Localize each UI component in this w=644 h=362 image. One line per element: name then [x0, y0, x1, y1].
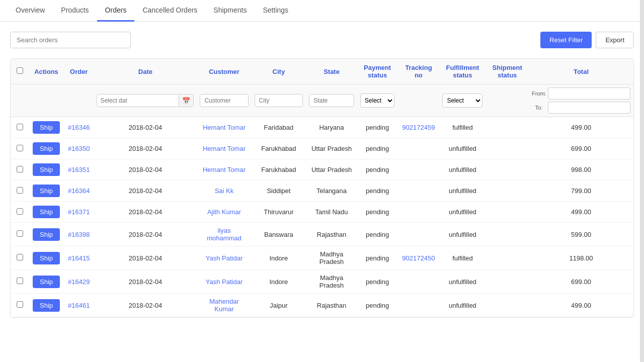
row-fulfillment-status-cell: unfulfilled	[439, 138, 486, 159]
customer-link[interactable]: Yash Patidar	[206, 278, 243, 286]
ship-button[interactable]: Ship	[33, 185, 60, 197]
ship-button[interactable]: Ship	[33, 121, 60, 134]
ship-button[interactable]: Ship	[33, 299, 60, 312]
tracking-link[interactable]: 902172459	[402, 124, 435, 131]
row-fulfillment-status-cell: unfulfilled	[439, 180, 486, 202]
search-input[interactable]	[10, 32, 131, 48]
fulfillment-filter-select[interactable]: Select	[442, 94, 482, 108]
row-shipment-status-cell	[486, 246, 529, 270]
row-date-cell: 2018-02-04	[94, 138, 197, 159]
ship-button[interactable]: Ship	[33, 206, 60, 218]
order-link[interactable]: #16346	[68, 124, 90, 131]
row-city-cell: Jaipur	[252, 294, 306, 317]
tab-settings[interactable]: Settings	[255, 0, 297, 22]
filter-row: 📅 Select	[11, 84, 633, 117]
customer-filter-input[interactable]	[200, 94, 248, 107]
table-body: Ship#163462018-02-04Hemant TomarFaridaba…	[11, 117, 633, 317]
row-checkbox[interactable]	[17, 187, 23, 194]
payment-filter-select[interactable]: Select	[360, 94, 395, 108]
row-total-cell: 499.00	[529, 202, 633, 223]
order-link[interactable]: #16429	[68, 278, 90, 286]
row-state-cell: Tamil Nadu	[306, 202, 357, 223]
order-link[interactable]: #16398	[68, 231, 90, 238]
row-checkbox[interactable]	[17, 145, 23, 151]
row-checkbox[interactable]	[17, 208, 23, 215]
reset-filter-button[interactable]: Reset Filter	[540, 32, 592, 48]
row-shipment-status-cell	[486, 294, 529, 317]
row-total-cell: 799.00	[529, 180, 633, 202]
table-row: Ship#163712018-02-04Ajith KumarThiruvaru…	[11, 202, 633, 223]
customer-link[interactable]: ilyas mohammad	[207, 227, 242, 242]
city-filter-input[interactable]	[255, 94, 303, 107]
export-button[interactable]: Export	[596, 32, 634, 48]
customer-link[interactable]: Hemant Tomar	[203, 145, 246, 152]
row-checkbox[interactable]	[17, 166, 23, 172]
row-date-cell: 2018-02-04	[94, 202, 197, 223]
tab-cancelled-orders[interactable]: Cancelled Orders	[134, 0, 205, 22]
tab-overview[interactable]: Overview	[8, 0, 53, 22]
row-payment-status-cell: pending	[357, 202, 398, 223]
row-checkbox-cell	[11, 180, 29, 202]
row-checkbox[interactable]	[17, 254, 23, 260]
header-shipment-status: Shipment status	[486, 59, 529, 84]
tracking-link[interactable]: 902172450	[402, 254, 435, 262]
customer-link[interactable]: Mahendar Kumar	[209, 298, 239, 313]
row-actions-cell: Ship	[29, 270, 64, 294]
customer-link[interactable]: Sai Kk	[215, 187, 234, 195]
order-link[interactable]: #16364	[68, 187, 90, 195]
orders-table-container: Actions Order Date Customer City State P…	[10, 58, 634, 318]
tab-products[interactable]: Products	[53, 0, 97, 22]
row-fulfillment-status-cell: unfulfilled	[439, 159, 486, 180]
order-link[interactable]: #16350	[68, 145, 90, 152]
header-actions: Actions	[29, 59, 64, 84]
row-customer-cell: Yash Patidar	[197, 270, 251, 294]
row-total-cell: 699.00	[529, 138, 633, 159]
row-total-cell: 499.00	[529, 294, 633, 317]
tab-bar: Overview Products Orders Cancelled Order…	[0, 0, 644, 22]
ship-button[interactable]: Ship	[33, 228, 60, 241]
row-payment-status-cell: pending	[357, 246, 398, 270]
ship-button[interactable]: Ship	[33, 252, 60, 264]
total-from-input[interactable]	[548, 87, 630, 100]
row-actions-cell: Ship	[29, 159, 64, 180]
ship-button[interactable]: Ship	[33, 163, 60, 176]
state-filter-input[interactable]	[309, 94, 354, 107]
scrollbar[interactable]	[640, 0, 644, 328]
date-filter-wrap: 📅	[97, 94, 194, 107]
total-to-input[interactable]	[548, 102, 630, 114]
row-tracking-cell	[397, 159, 439, 180]
calendar-icon[interactable]: 📅	[179, 95, 193, 107]
header-payment-status: Payment status	[357, 59, 398, 84]
customer-link[interactable]: Hemant Tomar	[203, 166, 246, 173]
row-checkbox[interactable]	[17, 124, 23, 130]
row-customer-cell: Sai Kk	[197, 180, 251, 202]
row-checkbox[interactable]	[17, 278, 23, 284]
row-checkbox[interactable]	[17, 230, 23, 237]
table-row: Ship#163462018-02-04Hemant TomarFaridaba…	[11, 117, 633, 138]
row-checkbox[interactable]	[17, 301, 23, 308]
row-date-cell: 2018-02-04	[94, 294, 197, 317]
ship-button[interactable]: Ship	[33, 276, 60, 288]
tab-shipments[interactable]: Shipments	[205, 0, 255, 22]
date-filter-input[interactable]	[97, 95, 179, 107]
select-all-checkbox[interactable]	[17, 67, 23, 74]
filter-total-col: From: To:	[529, 84, 633, 117]
row-shipment-status-cell	[486, 117, 529, 138]
customer-link[interactable]: Yash Patidar	[206, 254, 243, 262]
row-order-cell: #16461	[64, 294, 94, 317]
order-link[interactable]: #16371	[68, 208, 90, 216]
row-checkbox-cell	[11, 294, 29, 317]
customer-link[interactable]: Ajith Kumar	[207, 208, 241, 216]
filter-city-col	[252, 84, 306, 117]
ship-button[interactable]: Ship	[33, 142, 60, 155]
order-link[interactable]: #16461	[68, 302, 90, 309]
order-link[interactable]: #16351	[68, 166, 90, 173]
tab-orders[interactable]: Orders	[97, 0, 135, 22]
header-state: State	[306, 59, 357, 84]
main-content: Reset Filter Export Actions Order Date C…	[0, 22, 644, 328]
filter-customer-col	[197, 84, 251, 117]
order-link[interactable]: #16415	[68, 254, 90, 262]
customer-link[interactable]: Hemant Tomar	[203, 124, 246, 131]
row-customer-cell: Yash Patidar	[197, 246, 251, 270]
row-fulfillment-status-cell: fulfilled	[439, 117, 486, 138]
